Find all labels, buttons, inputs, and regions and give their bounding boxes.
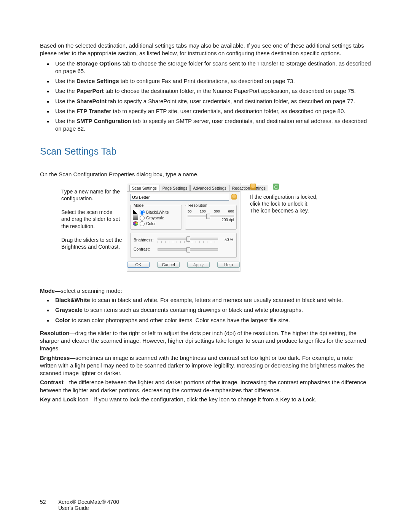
mode-definition-lead: Mode—select a scanning mode: [40,287,371,295]
dialog-button-row: OK Cancel Apply Help [127,259,240,272]
brightness-row: Brightness: 50 % [134,236,233,244]
mode-option-color[interactable]: Color [133,221,179,226]
page-number: 52 [40,499,58,505]
ok-button[interactable]: OK [127,262,150,268]
apply-button[interactable]: Apply [187,262,210,268]
config-name-row [130,194,237,201]
resolution-definition: Resolution—drag the slider to the right … [40,329,371,353]
mode-option-gray[interactable]: Grayscale [133,216,179,220]
key-icon [273,184,279,190]
mode-group: Mode Black&White Grayscale [130,203,182,230]
right-icon-row [250,183,319,190]
mode-definition-list: Black&White to scan in black and white. … [40,296,371,324]
section-heading: Scan Settings Tab [40,146,371,157]
annotation: Drag the sliders to set the Brightness a… [61,236,122,250]
intro-block: Based on the selected destination, addit… [40,42,371,133]
config-name-input[interactable] [130,194,229,201]
resolution-ticks: 50 100 300 600 [188,209,234,213]
left-annotations: Type a new name for the configuration. S… [40,183,122,257]
resolution-thumb[interactable] [206,214,210,219]
section-subtext: On the Scan Configuration Properties dia… [40,171,371,178]
intro-bullet: Use the SharePoint tab to specify a Shar… [40,97,371,105]
radio-bw[interactable] [140,210,145,215]
keylock-definition: Key and Lock icon—if you want to lock th… [40,396,371,403]
intro-paragraph: Based on the selected destination, addit… [40,42,371,58]
intro-bullet: Use the SMTP Configuration tab to specif… [40,117,371,133]
cancel-button[interactable]: Cancel [157,262,180,268]
radio-color[interactable] [140,221,145,226]
intro-bullet: Use the PaperPort tab to choose the dest… [40,87,371,95]
resolution-value: 200 dpi [188,218,234,222]
contrast-slider[interactable] [158,248,218,251]
annotated-figure: Type a new name for the configuration. S… [40,183,371,272]
contrast-thumb[interactable] [186,247,190,252]
brightness-definition: Brightness—sometimes an image is scanned… [40,354,371,377]
brightness-thumb[interactable] [186,236,190,242]
brightness-value: 50 % [221,238,233,242]
document-page: Based on the selected destination, addit… [0,0,411,532]
mode-option-bw[interactable]: Black&White [133,210,179,215]
contrast-definition: Contrast—the difference between the ligh… [40,379,371,394]
intro-bullet-list: Use the Storage Options tab to choose th… [40,60,371,133]
resolution-legend: Resolution [188,203,208,208]
dialog-body: Mode Black&White Grayscale [127,191,240,259]
resolution-slider[interactable] [188,215,234,217]
contrast-label: Contrast: [134,247,155,251]
radio-gray[interactable] [140,216,145,220]
help-button[interactable]: Help [217,262,240,268]
scan-settings-dialog: Scan Settings Page Settings Advanced Set… [127,183,240,272]
brightness-contrast-group: Brightness: 50 % Contrast: [130,233,237,258]
dialog-tabs: Scan Settings Page Settings Advanced Set… [127,183,240,191]
tab-page-settings[interactable]: Page Settings [160,185,190,191]
brightness-slider[interactable] [158,238,218,240]
mode-definition-item: Color to scan color photographs and othe… [40,316,371,324]
contrast-row: Contrast: [134,247,233,251]
tab-advanced-settings[interactable]: Advanced Settings [190,185,229,191]
footer-text: Xerox® DocuMate® 4700 User's Guide [58,499,119,511]
definitions: Mode—select a scanning mode: Black&White… [40,287,371,403]
mode-definition-item: Grayscale to scan items such as document… [40,306,371,314]
annotation: If the configuration is locked, click th… [250,193,319,214]
lock-icon[interactable] [231,194,237,200]
intro-bullet: Use the FTP Transfer tab to specify an F… [40,107,371,115]
brightness-label: Brightness: [134,238,155,242]
resolution-group: Resolution 50 100 300 600 200 dpi [185,203,237,230]
grayscale-icon [133,216,138,220]
annotation: Type a new name for the configuration. [61,188,122,202]
intro-bullet: Use the Device Settings tab to configure… [40,77,371,85]
lock-icon [250,184,256,190]
annotation: Select the scan mode and drag the slider… [61,209,122,230]
mode-legend: Mode [133,203,144,208]
mode-definition-item: Black&White to scan in black and white. … [40,296,371,304]
tab-scan-settings[interactable]: Scan Settings [129,185,159,191]
intro-bullet: Use the Storage Options tab to choose th… [40,60,371,75]
right-annotations: If the configuration is locked, click th… [240,183,319,214]
page-footer: 52 Xerox® DocuMate® 4700 User's Guide [40,499,119,511]
color-icon [133,221,138,226]
bw-icon [133,210,138,214]
